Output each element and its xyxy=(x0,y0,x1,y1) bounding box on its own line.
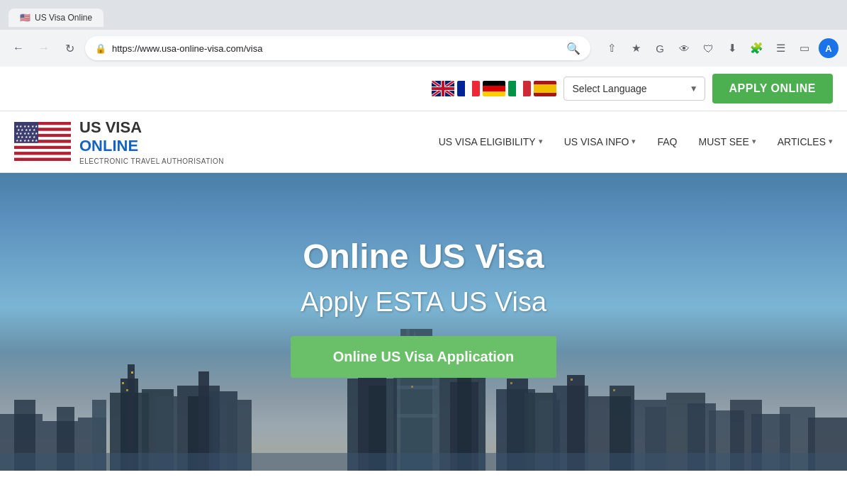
svg-rect-88 xyxy=(126,389,128,391)
logo-area[interactable]: ★ ★ ★ ★ ★ ★ ★ ★ ★ ★ ★ ★ ★ ★ ★ ★ ★ ★ ★ ★ … xyxy=(14,118,224,165)
search-icon: 🔍 xyxy=(566,42,580,55)
url-text: https://www.usa-online-visa.com/visa xyxy=(112,43,561,54)
top-bar: Select Language English Français Deutsch… xyxy=(0,67,847,111)
website-content: Select Language English Français Deutsch… xyxy=(0,67,847,471)
svg-rect-33 xyxy=(14,158,71,161)
lock-icon: 🔒 xyxy=(95,43,106,54)
chevron-down-icon: ▾ xyxy=(539,137,543,146)
flag-uk[interactable] xyxy=(432,81,454,96)
svg-rect-11 xyxy=(472,81,480,96)
browser-chrome: 🇺🇸 US Visa Online ← → ↻ 🔒 https://www.us… xyxy=(0,0,847,67)
svg-rect-10 xyxy=(465,81,472,96)
browser-tab[interactable]: 🇺🇸 US Visa Online xyxy=(9,9,103,27)
svg-rect-62 xyxy=(396,414,437,418)
svg-rect-17 xyxy=(523,81,531,96)
tab-title: US Visa Online xyxy=(35,13,92,23)
nav-articles[interactable]: ARTICLES ▾ xyxy=(778,136,833,147)
hero-title: Online US Visa xyxy=(303,237,544,276)
logo-online: ONLINE xyxy=(79,137,138,155)
extension-4[interactable]: ⬇ xyxy=(722,38,742,58)
flag-italy[interactable] xyxy=(508,81,531,96)
svg-rect-9 xyxy=(457,81,465,96)
chevron-down-icon: ▾ xyxy=(829,137,833,146)
svg-rect-13 xyxy=(483,86,505,91)
reload-button[interactable]: ↻ xyxy=(60,38,79,58)
svg-rect-87 xyxy=(122,382,124,384)
nav-must-see[interactable]: MUST SEE ▾ xyxy=(698,136,756,147)
chevron-down-icon: ▾ xyxy=(752,137,756,146)
language-select[interactable]: Select Language English Français Deutsch… xyxy=(563,77,705,101)
svg-rect-16 xyxy=(516,81,523,96)
flag-france[interactable] xyxy=(457,81,480,96)
apply-online-button[interactable]: APPLY ONLINE xyxy=(712,74,833,103)
flag-spain[interactable] xyxy=(534,81,556,96)
forward-button[interactable]: → xyxy=(34,38,54,58)
svg-rect-28 xyxy=(14,143,71,146)
browser-nav-bar: ← → ↻ 🔒 https://www.usa-online-visa.com/… xyxy=(0,30,847,67)
split-screen-button[interactable]: ▭ xyxy=(795,38,814,58)
svg-rect-91 xyxy=(411,386,413,388)
logo-text: US VISA ONLINE ELECTRONIC TRAVEL AUTHORI… xyxy=(79,118,224,165)
extension-2[interactable]: 👁 xyxy=(674,38,694,58)
svg-rect-86 xyxy=(0,453,847,471)
svg-rect-31 xyxy=(14,152,71,155)
browser-tab-bar: 🇺🇸 US Visa Online xyxy=(0,0,847,30)
share-button[interactable]: ⇧ xyxy=(602,38,622,58)
flag-germany[interactable] xyxy=(483,81,505,96)
address-bar[interactable]: 🔒 https://www.usa-online-visa.com/visa 🔍 xyxy=(85,36,590,60)
language-flags xyxy=(432,81,556,96)
tab-favicon: 🇺🇸 xyxy=(20,13,30,23)
hero-cta-button[interactable]: Online US Visa Application xyxy=(291,336,557,378)
svg-rect-32 xyxy=(14,155,71,158)
svg-rect-29 xyxy=(14,146,71,149)
main-nav: US VISA ELIGIBILITY ▾ US VISA INFO ▾ FAQ… xyxy=(252,136,833,147)
svg-rect-8 xyxy=(432,87,454,90)
svg-rect-14 xyxy=(483,91,505,96)
profile-button[interactable]: A xyxy=(819,38,838,58)
hero-section: Online US Visa Apply ESTA US Visa Online… xyxy=(0,173,847,471)
chevron-down-icon: ▾ xyxy=(632,137,636,146)
tab-search-button[interactable]: ☰ xyxy=(770,38,790,58)
back-button[interactable]: ← xyxy=(9,38,28,58)
extensions-button[interactable]: 🧩 xyxy=(746,38,766,58)
nav-eligibility[interactable]: US VISA ELIGIBILITY ▾ xyxy=(439,136,543,147)
language-select-wrapper[interactable]: Select Language English Français Deutsch… xyxy=(563,77,705,101)
logo-subtitle: ELECTRONIC TRAVEL AUTHORISATION xyxy=(79,157,224,165)
bookmark-button[interactable]: ★ xyxy=(626,38,646,58)
nav-faq[interactable]: FAQ xyxy=(657,136,677,147)
browser-actions: ⇧ ★ G 👁 🛡 ⬇ 🧩 ☰ ▭ A xyxy=(602,38,838,58)
svg-rect-30 xyxy=(14,149,71,152)
translate-extension[interactable]: G xyxy=(650,38,670,58)
nav-bar: ★ ★ ★ ★ ★ ★ ★ ★ ★ ★ ★ ★ ★ ★ ★ ★ ★ ★ ★ ★ … xyxy=(0,111,847,173)
svg-rect-94 xyxy=(571,379,573,381)
svg-rect-12 xyxy=(483,81,505,86)
svg-rect-19 xyxy=(534,84,556,93)
svg-rect-61 xyxy=(396,386,437,389)
svg-rect-95 xyxy=(613,389,615,391)
svg-rect-89 xyxy=(131,371,133,374)
logo-us: US VISA xyxy=(79,118,142,136)
extension-3[interactable]: 🛡 xyxy=(698,38,718,58)
logo-title: US VISA ONLINE xyxy=(79,118,224,156)
svg-rect-15 xyxy=(508,81,516,96)
us-flag-logo: ★ ★ ★ ★ ★ ★ ★ ★ ★ ★ ★ ★ ★ ★ ★ ★ ★ ★ ★ ★ … xyxy=(14,122,71,161)
svg-text:★ ★ ★ ★ ★ ★: ★ ★ ★ ★ ★ ★ xyxy=(16,138,38,142)
nav-info[interactable]: US VISA INFO ▾ xyxy=(564,136,636,147)
hero-subtitle: Apply ESTA US Visa xyxy=(301,287,546,318)
svg-rect-93 xyxy=(510,382,512,384)
